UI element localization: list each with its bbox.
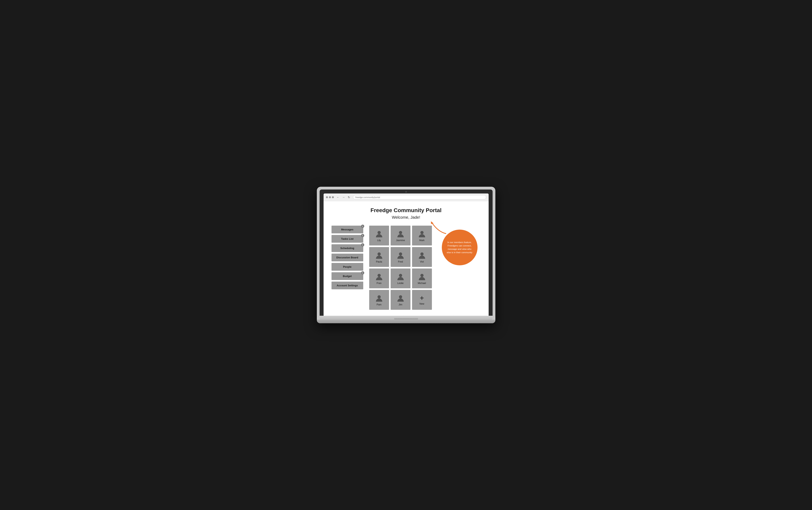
annotation-area: In our members feature, Freedgers can co… [442,226,477,265]
browser-chrome: ← → ↻ [324,194,489,201]
avatar-pam [375,294,383,303]
sidebar-label-messages: Messages [341,228,353,231]
annotation-arrow [430,220,450,235]
sidebar-item-budget[interactable]: 1 Budget [331,272,363,280]
person-card-pam[interactable]: Pam [369,290,389,310]
page-content: Freedge Community Portal Welcome, Jade! … [324,201,489,316]
budget-badge: 1 [361,271,364,275]
page-title: Freedge Community Portal [331,207,481,214]
avatar-mark [417,229,426,238]
messages-badge: 1 [361,225,364,228]
person-name-pam: Pam [377,303,381,306]
person-name-paula: Paula [376,260,382,263]
person-name-jasmine: Jasmine [396,239,405,242]
sidebar: 1 Messages 1 Tasks List 1 Scheduling [331,226,363,289]
person-card-mark[interactable]: Mark [412,226,432,246]
sidebar-label-tasks: Tasks List [341,237,353,240]
forward-button[interactable]: → [342,195,346,199]
person-card-jim[interactable]: Jim [390,290,410,310]
avatar-vivi [417,251,426,260]
sidebar-label-budget: Budget [343,275,352,278]
person-name-fred: Fred [398,260,403,263]
scheduling-badge: 1 [361,243,364,247]
avatar-michael [417,272,426,281]
laptop-bottom [317,320,495,323]
svg-point-5 [420,252,424,256]
laptop-base [320,316,493,320]
avatar-paula [375,251,383,260]
avatar-jasmine [396,229,405,238]
svg-point-8 [420,274,424,277]
sidebar-label-scheduling: Scheduling [340,247,354,250]
person-card-fred[interactable]: Fred [390,247,410,267]
screen-bezel: ← → ↻ Freedge Community Portal Welcome, … [320,190,493,316]
traffic-lights [326,196,334,198]
sidebar-label-people: People [343,265,352,268]
sidebar-item-tasks-list[interactable]: 1 Tasks List [331,235,363,243]
refresh-button[interactable]: ↻ [347,195,351,199]
person-name-lily: Lily [377,239,381,242]
svg-point-3 [378,252,381,256]
traffic-light-yellow [329,196,331,198]
sidebar-item-scheduling[interactable]: 1 Scheduling [331,244,363,252]
avatar-jim [396,294,405,303]
person-card-jasmine[interactable]: Jasmine [390,226,410,246]
main-layout: 1 Messages 1 Tasks List 1 Scheduling [331,226,481,310]
avatar-leslie [396,272,405,281]
welcome-message: Welcome, Jade! [331,215,481,220]
sidebar-label-account-settings: Account Settings [337,284,358,287]
person-card-vivi[interactable]: Vivi [412,247,432,267]
person-card-paula[interactable]: Paula [369,247,389,267]
avatar-fred [396,251,405,260]
person-card-lily[interactable]: Lily [369,226,389,246]
person-name-michael: Michael [418,282,426,285]
svg-point-2 [420,231,424,234]
annotation-text: In our members feature, Freedgers can co… [446,241,473,254]
nav-buttons: ← → ↻ [336,195,351,199]
avatar-lily [375,229,383,238]
traffic-light-green [332,196,334,198]
person-name-fran: Fran [377,282,381,285]
laptop-frame: ← → ↻ Freedge Community Portal Welcome, … [317,187,495,323]
sidebar-label-discussion: Discussion Board [336,256,358,259]
svg-point-6 [378,274,381,277]
svg-point-7 [399,274,402,277]
svg-marker-11 [431,221,433,224]
person-name-mark: Mark [419,239,425,242]
person-card-fran[interactable]: Fran [369,268,389,288]
sidebar-item-discussion-board[interactable]: Discussion Board [331,254,363,261]
back-button[interactable]: ← [336,195,340,199]
svg-point-0 [378,231,381,234]
new-person-card[interactable]: + New [412,290,432,310]
svg-point-9 [378,295,381,299]
person-card-leslie[interactable]: Leslie [390,268,410,288]
svg-point-4 [399,252,402,256]
person-name-jim: Jim [399,303,402,306]
plus-icon: + [420,294,424,302]
browser-window: ← → ↻ Freedge Community Portal Welcome, … [324,194,489,316]
people-grid: Lily Jasmine [369,226,432,310]
traffic-light-red [326,196,328,198]
tasks-badge: 1 [361,234,364,237]
avatar-fran [375,272,383,281]
person-card-michael[interactable]: Michael [412,268,432,288]
new-label: New [419,303,424,305]
person-name-vivi: Vivi [420,260,424,263]
sidebar-item-people[interactable]: People [331,263,363,271]
sidebar-item-account-settings[interactable]: Account Settings [331,282,363,289]
address-bar[interactable] [353,195,486,199]
svg-point-1 [399,231,402,234]
svg-point-10 [399,295,402,299]
person-name-leslie: Leslie [397,282,404,285]
camera [405,191,407,193]
sidebar-item-messages[interactable]: 1 Messages [331,226,363,233]
